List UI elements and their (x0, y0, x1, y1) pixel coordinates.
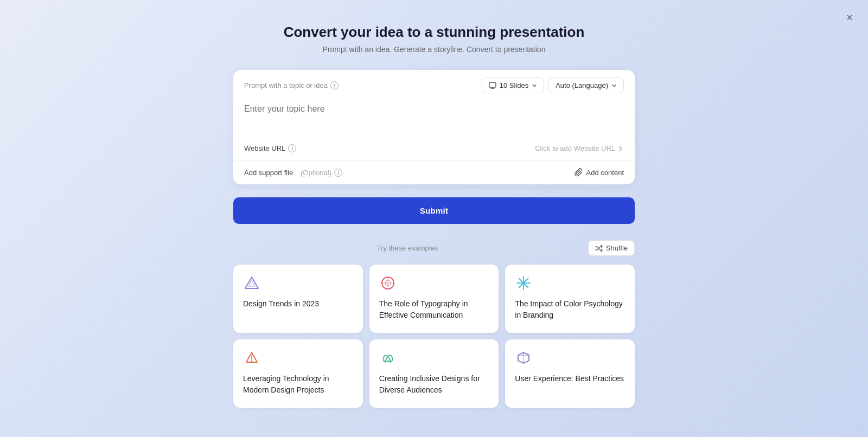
example-card-card-4[interactable]: Leveraging Technology in Modern Design P… (233, 339, 363, 408)
file-info-icon[interactable]: i (334, 169, 342, 177)
example-card-card-5[interactable]: Creating Inclusive Designs for Diverse A… (369, 339, 499, 408)
example-card-card-1[interactable]: Design Trends in 2023 (233, 265, 363, 333)
close-button[interactable]: × (844, 10, 855, 25)
svg-point-16 (251, 361, 252, 362)
snowflake-icon (515, 274, 532, 292)
examples-section: Try these examples Shuffle Design Trends… (233, 240, 635, 408)
form-section: Prompt with a topic or idea i 10 Slides (233, 70, 635, 184)
modal-subtitle: Prompt with an idea. Generate a storylin… (233, 45, 635, 54)
modal-header: Convert your idea to a stunning presenta… (233, 24, 635, 54)
card-text: The Role of Typography in Effective Comm… (379, 298, 489, 321)
card-text: Design Trends in 2023 (243, 298, 353, 310)
left-divider (233, 248, 370, 248)
slides-dropdown[interactable]: 10 Slides (482, 78, 544, 93)
submit-button[interactable]: Submit (233, 197, 635, 224)
example-card-card-2[interactable]: The Role of Typography in Effective Comm… (369, 265, 499, 333)
chevron-down-icon (532, 83, 537, 88)
examples-label: Try these examples (376, 244, 438, 252)
support-file-row: Add support file (Optional) i Add conten… (233, 160, 635, 184)
circle-icon (379, 274, 397, 292)
example-card-card-6[interactable]: User Experience: Best Practices (505, 339, 635, 408)
examples-grid: Design Trends in 2023The Role of Typogra… (233, 265, 635, 408)
card-text: Creating Inclusive Designs for Diverse A… (379, 373, 489, 396)
add-website-url-button[interactable]: Click to add Website URL (535, 144, 624, 152)
triangle-icon (243, 274, 260, 292)
box-icon (515, 349, 532, 367)
add-content-button[interactable]: Add content (575, 168, 624, 177)
support-file-label: Add support file (Optional) i (244, 169, 342, 177)
website-url-row: Website URL i Click to add Website URL (233, 137, 635, 160)
paperclip-icon (575, 168, 583, 177)
svg-marker-3 (245, 277, 258, 288)
dropdowns: 10 Slides Auto (Language) (482, 78, 624, 93)
recycle-icon (379, 349, 397, 367)
website-url-label: Website URL i (244, 144, 296, 152)
shuffle-button[interactable]: Shuffle (588, 240, 635, 256)
triangle2-icon (243, 349, 260, 367)
card-text: User Experience: Best Practices (515, 373, 625, 384)
example-card-card-3[interactable]: The Impact of Color Psychology in Brandi… (505, 265, 635, 333)
card-text: The Impact of Color Psychology in Brandi… (515, 298, 625, 321)
main-modal: Convert your idea to a stunning presenta… (222, 2, 646, 435)
topic-input[interactable] (233, 99, 635, 134)
slides-icon (489, 82, 496, 89)
language-dropdown[interactable]: Auto (Language) (548, 78, 624, 93)
modal-title: Convert your idea to a stunning presenta… (233, 24, 635, 41)
form-top-bar: Prompt with a topic or idea i 10 Slides (233, 70, 635, 99)
right-divider (444, 248, 581, 248)
chevron-right-icon (617, 145, 624, 152)
prompt-label: Prompt with a topic or idea i (244, 81, 339, 89)
prompt-info-icon[interactable]: i (330, 81, 339, 89)
url-info-icon[interactable]: i (288, 144, 296, 152)
examples-header: Try these examples Shuffle (233, 240, 635, 256)
chevron-down-icon2 (611, 83, 617, 88)
card-text: Leveraging Technology in Modern Design P… (243, 373, 353, 396)
svg-rect-0 (489, 82, 496, 87)
shuffle-icon (595, 245, 603, 252)
